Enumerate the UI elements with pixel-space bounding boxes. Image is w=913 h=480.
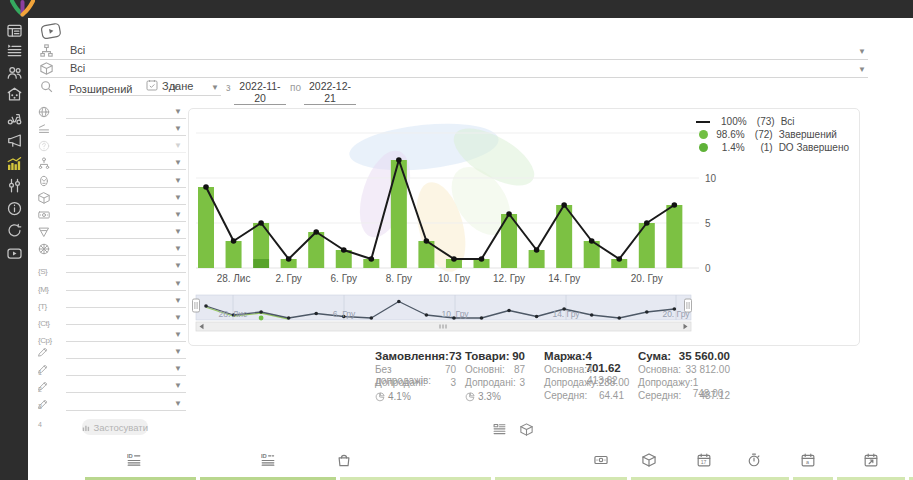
search-icon[interactable] <box>40 80 53 93</box>
stat-group-3: Маржа:4 701.62Основна:4 413.62Допродажу:… <box>544 350 624 403</box>
svg-text:0: 0 <box>705 263 711 274</box>
svg-text:a: a <box>806 459 809 465</box>
filter-row-org-person[interactable]: ▼ <box>38 155 186 172</box>
sidebar-sync-icon[interactable] <box>0 220 28 240</box>
sidebar-settings-icon[interactable] <box>0 175 28 195</box>
dot-marker-icon <box>699 143 708 152</box>
sidebar-video-icon[interactable] <box>0 243 28 263</box>
bag-icon[interactable] <box>337 453 351 467</box>
chevron-down-icon: ▼ <box>174 364 182 373</box>
legend-item-завершений[interactable]: 98.6%(72)Завершений <box>696 128 849 141</box>
list-view-icon[interactable] <box>493 423 506 436</box>
legend-item-всі[interactable]: 100%(73)Всі <box>696 115 849 128</box>
sidebar-info-icon[interactable] <box>0 198 28 218</box>
svg-text:6. Гру: 6. Гру <box>331 273 357 284</box>
chevron-down-icon: ▼ <box>174 176 182 185</box>
stat-sub-label: Середня: <box>544 390 587 403</box>
svg-text:10. Гру: 10. Гру <box>441 309 469 319</box>
filter-row-t[interactable]: {T}▼ <box>38 293 186 310</box>
product-filter-select[interactable]: Всі ▼ <box>40 61 868 78</box>
stat-value: 4 701.62 <box>586 350 624 364</box>
stat-value: 90 <box>512 350 525 364</box>
filter-row-person[interactable]: ▼ <box>38 173 186 190</box>
sidebar-orders-list-icon[interactable] <box>0 40 28 60</box>
sidebar-delivery-icon[interactable] <box>0 107 28 127</box>
filter-row-custom-4[interactable]: 4▼ <box>38 396 186 413</box>
date-to-label: по <box>290 82 301 93</box>
filter-row-custom-1[interactable]: 1▼ <box>38 344 186 361</box>
stat-value: 35 560.00 <box>679 350 730 364</box>
filter-row-funnel[interactable]: ▼ <box>38 224 186 241</box>
chevron-down-icon: ▼ <box>174 261 182 270</box>
date-to-input[interactable]: 2022-12-21 <box>304 80 356 105</box>
svg-text:17: 17 <box>701 459 707 465</box>
sidebar-marketing-icon[interactable] <box>0 130 28 150</box>
stat-title: Замовлення: <box>375 350 449 364</box>
id-order-icon[interactable]: ID <box>261 453 275 467</box>
filter-row-cp[interactable]: {Cp}▼ <box>38 327 186 344</box>
navigator-handle[interactable] <box>685 299 692 312</box>
chevron-down-icon: ▼ <box>174 227 182 236</box>
stat-sub-label: Середня: <box>638 390 681 403</box>
navigator-handle[interactable] <box>193 299 200 312</box>
filter-row-globe-grid[interactable]: ▼ <box>38 241 186 258</box>
id-sort-icon[interactable]: ID <box>127 453 141 467</box>
date-from-input[interactable]: 2022-11-20 <box>234 80 286 105</box>
stat-sub-value: 1 748.00 <box>693 377 730 390</box>
sidebar-customers-icon[interactable] <box>0 62 28 82</box>
chevron-down-icon: ▼ <box>174 347 182 356</box>
chevron-down-icon: ▼ <box>174 330 182 339</box>
cube-icon[interactable] <box>642 453 656 467</box>
timer-icon[interactable] <box>747 453 761 467</box>
filter-row-cube[interactable]: ▼ <box>38 190 186 207</box>
chevron-down-icon: ▼ <box>858 47 866 56</box>
svg-text:5: 5 <box>705 218 711 229</box>
filter-row-help[interactable]: ▼ <box>38 138 186 155</box>
apply-button[interactable]: Застосувати <box>82 419 148 435</box>
chevron-down-icon: ▼ <box>174 193 182 202</box>
filter-row-s[interactable]: {S}▼ <box>38 258 186 275</box>
sitemap-icon <box>40 44 53 57</box>
filter-row-custom-2[interactable]: 2▼ <box>38 361 186 378</box>
filter-row-m[interactable]: {M}▼ <box>38 276 186 293</box>
stat-sub-label: Допродані: <box>465 377 516 390</box>
svg-text:10. Гру: 10. Гру <box>438 273 470 284</box>
filter-row-ct[interactable]: {Ct}▼ <box>38 310 186 327</box>
pencil-icon: 4 <box>38 398 49 426</box>
legend-item-do-завершено[interactable]: 1.4%(1)DO Завершено <box>696 141 849 154</box>
cube-icon <box>40 62 53 75</box>
navigator-scrollbar[interactable] <box>196 322 691 331</box>
play-badge-icon[interactable] <box>40 21 64 41</box>
banknote-icon[interactable] <box>594 453 608 467</box>
source-filter-select[interactable]: Всі ▼ <box>40 43 868 60</box>
filter-row-levels[interactable]: ▼ <box>38 121 186 138</box>
filter-row-banknote[interactable]: ▼ <box>38 207 186 224</box>
calendar-day-icon[interactable]: a <box>801 453 815 467</box>
date-type-select[interactable]: Здане ▼ <box>146 79 221 96</box>
stat-sub-value: 288.00 <box>599 377 630 390</box>
stat-sub-label: Допродані: <box>375 377 426 390</box>
calendar-export-icon[interactable] <box>864 453 878 467</box>
chevron-down-icon: ▼ <box>174 313 182 322</box>
filter-row-custom-3[interactable]: 3▼ <box>38 378 186 395</box>
chart-legend: 100%(73)Всі98.6%(72)Завершений1.4%(1)DO … <box>696 115 849 154</box>
sidebar-statistics-icon[interactable] <box>0 153 28 173</box>
stat-sub-value: 70 <box>445 364 456 377</box>
cube-icon[interactable] <box>520 423 533 436</box>
stat-group-2: Товари:90Основні:87Допродані:33.3% <box>465 350 525 403</box>
brand-trefoil-logo[interactable] <box>8 0 38 17</box>
stat-sub-label: Без допродажів: <box>375 364 445 377</box>
svg-text:10: 10 <box>705 173 717 184</box>
sidebar-warehouse-icon[interactable] <box>0 83 28 103</box>
filter-row-globe[interactable]: ▼ <box>38 104 186 121</box>
stat-sub-value: 87 <box>514 364 525 377</box>
stat-group-1: Замовлення:73Без допродажів:70Допродані:… <box>375 350 456 403</box>
stat-sub-label: Основні: <box>465 364 505 377</box>
calendar-date-icon[interactable]: 17 <box>697 453 711 467</box>
svg-text:20. Гру: 20. Гру <box>631 273 663 284</box>
stat-title: Маржа: <box>544 350 586 364</box>
svg-text:14. Гру: 14. Гру <box>552 309 580 319</box>
chevron-down-icon: ▼ <box>174 141 182 150</box>
sidebar-dashboard-icon[interactable] <box>0 20 28 40</box>
cube-icon <box>38 192 50 204</box>
